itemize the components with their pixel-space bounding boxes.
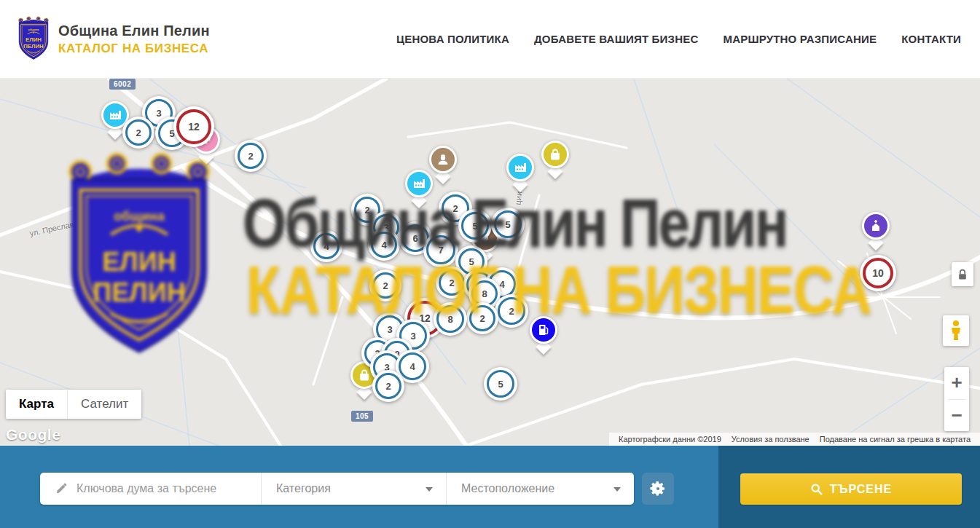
factory-icon (513, 160, 528, 175)
cluster-marker[interactable]: 5 (484, 367, 517, 401)
svg-text:ЕЛИН: ЕЛИН (26, 36, 42, 43)
cluster-marker[interactable]: 2 (495, 294, 528, 328)
search-button-label: ТЪРСЕНЕ (830, 483, 892, 496)
street-view-pegman-button[interactable] (943, 315, 969, 346)
lock-icon (957, 268, 968, 281)
pencil-icon (55, 482, 68, 495)
category-dropdown[interactable]: Категория (261, 473, 446, 505)
search-icon (810, 483, 823, 495)
road-label: 6002 (109, 79, 136, 90)
cluster-marker[interactable]: 10 (860, 255, 896, 291)
cluster-marker[interactable]: 12 (173, 106, 214, 147)
search-bar: Категория Местоположение ТЪРСЕНЕ (0, 446, 980, 528)
site-logo[interactable]: община ЕЛИН ПЕЛИН Община Елин Пелин КАТА… (16, 16, 210, 62)
cluster-marker[interactable]: 2 (372, 370, 404, 402)
google-logo[interactable]: Google (6, 426, 60, 444)
chevron-down-icon (426, 487, 433, 492)
category-dropdown-label: Категория (262, 482, 331, 495)
bag-map-pin[interactable] (540, 141, 571, 181)
keyword-search-input[interactable] (77, 482, 251, 495)
cluster-marker[interactable]: 5 (458, 209, 492, 243)
church-icon (869, 218, 883, 233)
pegman-icon (949, 320, 963, 342)
nav-item-contacts[interactable]: КОНТАКТИ (901, 33, 961, 45)
nav-item-bus-schedule[interactable]: МАРШРУТНО РАЗПИСАНИЕ (723, 33, 877, 45)
main-nav: ЦЕНОВА ПОЛИТИКА ДОБАВЕТЕ ВАШИЯТ БИЗНЕС М… (396, 33, 980, 45)
logo-text: Община Елин Пелин КАТАЛОГ НА БИЗНЕСА (58, 23, 210, 56)
cluster-marker[interactable]: 4 (368, 229, 400, 261)
chevron-down-icon (614, 487, 621, 492)
factory-map-pin[interactable] (505, 154, 536, 194)
advanced-settings-button[interactable] (642, 473, 674, 505)
nav-item-pricing[interactable]: ЦЕНОВА ПОЛИТИКА (396, 33, 509, 45)
svg-text:община: община (28, 28, 40, 31)
municipality-crest-icon: община ЕЛИН ПЕЛИН (16, 16, 51, 62)
lock-button[interactable] (952, 262, 973, 286)
search-button[interactable]: ТЪРСЕНЕ (740, 473, 962, 505)
cluster-marker[interactable]: 4 (310, 230, 342, 262)
cluster-marker[interactable]: 7 (423, 232, 458, 267)
worker-map-pin[interactable] (428, 146, 458, 186)
map-canvas[interactable]: 6002105ул. Преславбул. „Новоселции325122… (0, 79, 980, 446)
attribution-terms-link[interactable]: Условия за ползване (726, 435, 815, 444)
nav-item-add-business[interactable]: ДОБАВЕТЕ ВАШИЯТ БИЗНЕС (534, 33, 698, 45)
attribution-copyright: Картографски данни ©2019 (614, 435, 726, 444)
church-map-pin[interactable] (861, 212, 891, 253)
cluster-marker[interactable]: 2 (122, 117, 154, 149)
factory-icon (412, 176, 426, 191)
svg-text:ПЕЛИН: ПЕЛИН (23, 43, 44, 50)
fuel-icon (536, 323, 551, 337)
fuel-map-pin[interactable] (528, 316, 559, 357)
zoom-control: + − (944, 367, 969, 431)
cluster-marker[interactable]: 2 (466, 302, 498, 334)
cluster-marker[interactable]: 2 (235, 140, 267, 172)
page: община ЕЛИН ПЕЛИН Община Елин Пелин КАТА… (0, 0, 980, 528)
cluster-marker[interactable]: 2 (369, 269, 401, 302)
map-type-map-button[interactable]: Карта (6, 390, 67, 419)
factory-icon (108, 108, 122, 122)
map-attribution: Картографски данни ©2019 Условия за полз… (609, 433, 980, 446)
cluster-marker[interactable]: 8 (434, 302, 467, 336)
map-type-control: Карта Сателит (6, 390, 141, 419)
map-type-satellite-button[interactable]: Сателит (67, 390, 141, 419)
site-subtitle: КАТАЛОГ НА БИЗНЕСА (58, 42, 210, 56)
search-fields: Категория Местоположение (40, 473, 634, 505)
worker-icon (436, 152, 450, 167)
location-dropdown-label: Местоположение (447, 482, 554, 495)
header: община ЕЛИН ПЕЛИН Община Елин Пелин КАТА… (0, 0, 980, 79)
bag-icon (357, 368, 372, 382)
attribution-report-error-link[interactable]: Подаване на сигнал за грешка в картата (815, 435, 976, 444)
gear-icon (649, 480, 667, 497)
keyword-field[interactable] (40, 473, 261, 505)
zoom-out-button[interactable]: − (944, 400, 969, 432)
zoom-in-button[interactable]: + (944, 367, 969, 399)
bag-icon (548, 147, 562, 162)
site-title: Община Елин Пелин (58, 23, 210, 39)
location-dropdown[interactable]: Местоположение (446, 473, 634, 505)
road-label: 105 (351, 411, 373, 422)
cluster-marker[interactable]: 5 (491, 208, 525, 241)
